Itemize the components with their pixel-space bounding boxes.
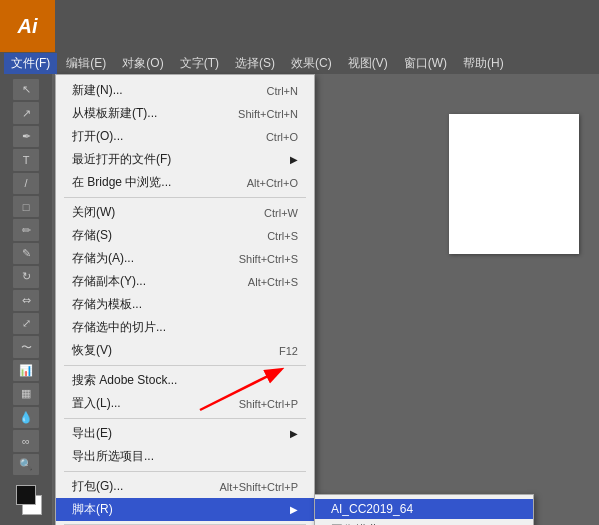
menu-help[interactable]: 帮助(H): [456, 53, 511, 74]
menu-item-shortcut: Shift+Ctrl+P: [239, 398, 298, 410]
menu-bar: 文件(F) 编辑(E) 对象(O) 文字(T) 选择(S) 效果(C) 视图(V…: [0, 52, 599, 74]
menu-item-shortcut: Alt+Ctrl+S: [248, 276, 298, 288]
menu-item-20[interactable]: 打包(G)...Alt+Shift+Ctrl+P: [56, 475, 314, 498]
graph-tool[interactable]: 📊: [13, 360, 39, 381]
menu-item-label: 恢复(V): [72, 342, 259, 359]
main-toolbar: Ai: [0, 0, 599, 52]
menu-item-shortcut: Shift+Ctrl+S: [239, 253, 298, 265]
foreground-color[interactable]: [16, 485, 36, 505]
menu-effect[interactable]: 效果(C): [284, 53, 339, 74]
reflect-tool[interactable]: ⇔: [13, 290, 39, 311]
scale-tool[interactable]: ⤢: [13, 313, 39, 334]
submenu-arrow-icon: ▶: [290, 154, 298, 165]
menu-separator: [64, 471, 306, 472]
menu-item-label: 脚本(R): [72, 501, 282, 518]
left-toolbar: ↖ ↗ ✒ T / □ ✏ ✎ ↻ ⇔ ⤢ 〜 📊 ▦ 💧 ∞ 🔍: [0, 74, 52, 525]
menu-item-12[interactable]: 恢复(V)F12: [56, 339, 314, 362]
menu-item-10[interactable]: 存储为模板...: [56, 293, 314, 316]
menu-item-label: 从模板新建(T)...: [72, 105, 218, 122]
menu-item-2[interactable]: 打开(O)...Ctrl+O: [56, 125, 314, 148]
menu-item-7[interactable]: 存储(S)Ctrl+S: [56, 224, 314, 247]
menu-item-label: 存储为(A)...: [72, 250, 219, 267]
paintbrush-tool[interactable]: ✏: [13, 219, 39, 240]
color-swatch-group: [16, 485, 36, 525]
eyedropper-tool[interactable]: 💧: [13, 407, 39, 428]
menu-item-shortcut: Ctrl+W: [264, 207, 298, 219]
menu-item-shortcut: Shift+Ctrl+N: [238, 108, 298, 120]
menu-item-6[interactable]: 关闭(W)Ctrl+W: [56, 201, 314, 224]
menu-separator: [64, 365, 306, 366]
app-logo: Ai: [0, 0, 55, 52]
menu-item-15[interactable]: 置入(L)...Shift+Ctrl+P: [56, 392, 314, 415]
menu-item-label: 最近打开的文件(F): [72, 151, 282, 168]
menu-item-label: 存储选中的切片...: [72, 319, 298, 336]
gradient-tool[interactable]: ▦: [13, 383, 39, 404]
submenu-item-1[interactable]: 图像描摹: [315, 519, 533, 525]
menu-item-11[interactable]: 存储选中的切片...: [56, 316, 314, 339]
menu-item-shortcut: Ctrl+S: [267, 230, 298, 242]
submenu-item-label: AI_CC2019_64: [331, 502, 517, 516]
menu-item-18[interactable]: 导出所选项目...: [56, 445, 314, 468]
menu-item-label: 打包(G)...: [72, 478, 199, 495]
direct-select-tool[interactable]: ↗: [13, 102, 39, 123]
menu-item-shortcut: F12: [279, 345, 298, 357]
canvas-document: [449, 114, 579, 254]
script-submenu: AI_CC2019_64图像描摹将文档存储为 PDF将文档存储为 SVG将文档导…: [314, 494, 534, 525]
menu-window[interactable]: 窗口(W): [397, 53, 454, 74]
menu-item-label: 存储为模板...: [72, 296, 298, 313]
menu-item-21[interactable]: 脚本(R)▶AI_CC2019_64图像描摹将文档存储为 PDF将文档存储为 S…: [56, 498, 314, 521]
pencil-tool[interactable]: ✎: [13, 243, 39, 264]
menu-item-8[interactable]: 存储为(A)...Shift+Ctrl+S: [56, 247, 314, 270]
select-tool[interactable]: ↖: [13, 79, 39, 100]
menu-item-9[interactable]: 存储副本(Y)...Alt+Ctrl+S: [56, 270, 314, 293]
menu-item-1[interactable]: 从模板新建(T)...Shift+Ctrl+N: [56, 102, 314, 125]
menu-item-label: 存储(S): [72, 227, 247, 244]
line-tool[interactable]: /: [13, 173, 39, 194]
menu-item-14[interactable]: 搜索 Adobe Stock...: [56, 369, 314, 392]
menu-separator: [64, 418, 306, 419]
warp-tool[interactable]: 〜: [13, 336, 39, 357]
menu-item-shortcut: Ctrl+O: [266, 131, 298, 143]
type-tool[interactable]: T: [13, 149, 39, 170]
rect-tool[interactable]: □: [13, 196, 39, 217]
menu-file[interactable]: 文件(F): [4, 53, 57, 74]
menu-item-label: 导出所选项目...: [72, 448, 298, 465]
menu-item-0[interactable]: 新建(N)...Ctrl+N: [56, 79, 314, 102]
menu-item-label: 存储副本(Y)...: [72, 273, 228, 290]
zoom-tool[interactable]: 🔍: [13, 454, 39, 475]
menu-item-shortcut: Ctrl+N: [267, 85, 298, 97]
submenu-arrow-icon: ▶: [290, 428, 298, 439]
menu-item-label: 关闭(W): [72, 204, 244, 221]
menu-edit[interactable]: 编辑(E): [59, 53, 113, 74]
menu-item-label: 搜索 Adobe Stock...: [72, 372, 298, 389]
menu-item-shortcut: Alt+Shift+Ctrl+P: [219, 481, 298, 493]
submenu-arrow-icon: ▶: [290, 504, 298, 515]
menu-object[interactable]: 对象(O): [115, 53, 170, 74]
menu-separator: [64, 197, 306, 198]
menu-item-label: 在 Bridge 中浏览...: [72, 174, 227, 191]
menu-item-label: 导出(E): [72, 425, 282, 442]
menu-text[interactable]: 文字(T): [173, 53, 226, 74]
submenu-item-0[interactable]: AI_CC2019_64: [315, 499, 533, 519]
menu-item-4[interactable]: 在 Bridge 中浏览...Alt+Ctrl+O: [56, 171, 314, 194]
blend-tool[interactable]: ∞: [13, 430, 39, 451]
menu-view[interactable]: 视图(V): [341, 53, 395, 74]
rotate-tool[interactable]: ↻: [13, 266, 39, 287]
menu-item-label: 打开(O)...: [72, 128, 246, 145]
menu-select[interactable]: 选择(S): [228, 53, 282, 74]
file-dropdown-menu: 新建(N)...Ctrl+N从模板新建(T)...Shift+Ctrl+N打开(…: [55, 74, 315, 525]
menu-item-17[interactable]: 导出(E)▶: [56, 422, 314, 445]
menu-item-label: 置入(L)...: [72, 395, 219, 412]
pen-tool[interactable]: ✒: [13, 126, 39, 147]
menu-item-label: 新建(N)...: [72, 82, 247, 99]
menu-item-3[interactable]: 最近打开的文件(F)▶: [56, 148, 314, 171]
menu-item-shortcut: Alt+Ctrl+O: [247, 177, 298, 189]
